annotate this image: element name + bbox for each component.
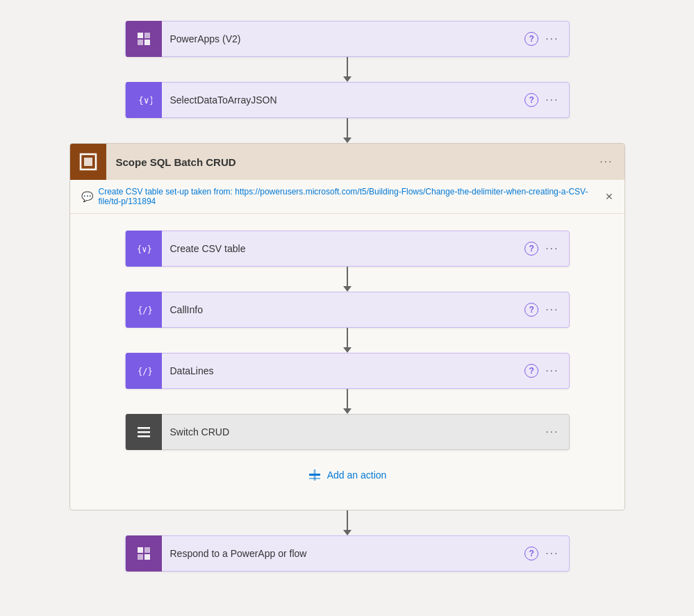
note-icon: 💬	[81, 191, 93, 202]
scope-note-close-button[interactable]: ✕	[605, 191, 613, 202]
arrow-head-2	[343, 138, 352, 143]
scope-container: Scope SQL Batch CRUD ··· 💬 Create CSV ta…	[69, 143, 625, 510]
arrow-head-1	[343, 76, 352, 82]
select-data-icon: {∨}	[126, 82, 162, 118]
scope-label: Scope SQL Batch CRUD	[106, 156, 600, 168]
callinfo-help-button[interactable]: ?	[524, 303, 538, 317]
svg-text:{/}: {/}	[138, 306, 152, 315]
powerapps-label: PowerApps (V2)	[162, 33, 525, 44]
select-data-help-button[interactable]: ?	[524, 93, 538, 107]
powerapps-icon	[126, 21, 162, 57]
scope-body: {∨} Create CSV table ? ···	[70, 214, 625, 510]
svg-text:{∨}: {∨}	[137, 244, 152, 254]
svg-rect-16	[138, 547, 143, 553]
respond-icon	[126, 535, 162, 572]
create-csv-icon: {∨}	[126, 231, 162, 267]
arrow-3	[343, 267, 352, 292]
datalines-help-button[interactable]: ?	[524, 364, 538, 378]
add-action-icon	[308, 468, 322, 482]
create-csv-help-button[interactable]: ?	[524, 242, 538, 256]
callinfo-icon: {/}	[126, 292, 162, 328]
svg-rect-18	[138, 554, 143, 560]
svg-rect-0	[138, 33, 143, 38]
select-data-node: {∨} SelectDataToArrayJSON ? ···	[125, 82, 570, 118]
svg-rect-1	[144, 33, 150, 38]
flow-canvas: PowerApps (V2) ? ··· {∨} SelectDataToArr…	[0, 0, 694, 599]
arrow-head-3	[343, 286, 352, 292]
powerapps-help-button[interactable]: ?	[524, 32, 538, 46]
powerapps-actions: ? ···	[524, 32, 559, 46]
respond-actions: ? ···	[524, 547, 559, 560]
arrow-line-1	[347, 57, 348, 76]
scope-note-text: Create CSV table set-up taken from: http…	[99, 187, 600, 206]
svg-rect-3	[144, 40, 150, 45]
arrow-6	[343, 510, 352, 535]
svg-rect-19	[144, 554, 150, 560]
scope-inner-nodes: {∨} Create CSV table ? ···	[84, 231, 611, 450]
svg-text:{/}: {/}	[138, 367, 152, 376]
respond-more-button[interactable]: ···	[545, 547, 559, 560]
create-csv-more-button[interactable]: ···	[545, 242, 559, 255]
arrow-line-3	[347, 267, 348, 286]
datalines-icon: {/}	[126, 353, 162, 389]
callinfo-label: CallInfo	[162, 304, 525, 315]
datalines-label: DataLines	[162, 365, 525, 376]
add-action-button[interactable]: Add an action	[294, 461, 401, 489]
scope-more-button[interactable]: ···	[600, 156, 624, 168]
select-data-more-button[interactable]: ···	[545, 94, 559, 106]
scope-note-banner: 💬 Create CSV table set-up taken from: ht…	[70, 180, 625, 214]
arrow-1	[343, 57, 352, 82]
arrow-line-2	[347, 118, 348, 138]
respond-label: Respond to a PowerApp or flow	[162, 548, 525, 559]
powerapps-node: PowerApps (V2) ? ···	[125, 21, 570, 57]
arrow-line-5	[347, 389, 348, 408]
svg-rect-15	[313, 469, 315, 481]
select-data-actions: ? ···	[524, 93, 559, 107]
svg-rect-17	[144, 547, 150, 553]
powerapps-more-button[interactable]: ···	[545, 33, 559, 45]
svg-rect-6	[84, 158, 92, 166]
switch-crud-actions: ···	[545, 426, 559, 438]
arrow-5	[343, 389, 352, 414]
datalines-node: {/} DataLines ? ···	[125, 353, 570, 389]
respond-node: Respond to a PowerApp or flow ? ···	[125, 535, 570, 572]
scope-icon	[70, 144, 106, 180]
arrow-line-4	[347, 328, 348, 347]
scope-header: Scope SQL Batch CRUD ···	[70, 144, 625, 180]
callinfo-node: {/} CallInfo ? ···	[125, 292, 570, 328]
arrow-head-4	[343, 347, 352, 353]
switch-crud-node: Switch CRUD ···	[125, 414, 570, 450]
switch-crud-icon	[126, 414, 162, 450]
datalines-more-button[interactable]: ···	[545, 365, 559, 377]
svg-rect-12	[138, 435, 150, 438]
svg-rect-10	[138, 427, 150, 429]
arrow-2	[343, 118, 352, 143]
switch-crud-more-button[interactable]: ···	[545, 426, 559, 438]
switch-crud-label: Switch CRUD	[162, 426, 546, 438]
respond-help-button[interactable]: ?	[524, 547, 538, 560]
create-csv-label: Create CSV table	[162, 243, 525, 254]
datalines-actions: ? ···	[524, 364, 559, 378]
create-csv-actions: ? ···	[524, 242, 559, 256]
arrow-line-6	[347, 510, 348, 530]
svg-rect-2	[138, 40, 143, 45]
add-action-label: Add an action	[327, 469, 387, 481]
callinfo-more-button[interactable]: ···	[545, 303, 559, 316]
arrow-head-6	[343, 530, 352, 535]
create-csv-node: {∨} Create CSV table ? ···	[125, 231, 570, 267]
arrow-4	[343, 328, 352, 353]
svg-text:{∨}: {∨}	[138, 95, 152, 106]
arrow-head-5	[343, 408, 352, 414]
callinfo-actions: ? ···	[524, 303, 559, 317]
svg-rect-11	[138, 431, 150, 433]
select-data-label: SelectDataToArrayJSON	[162, 94, 525, 106]
